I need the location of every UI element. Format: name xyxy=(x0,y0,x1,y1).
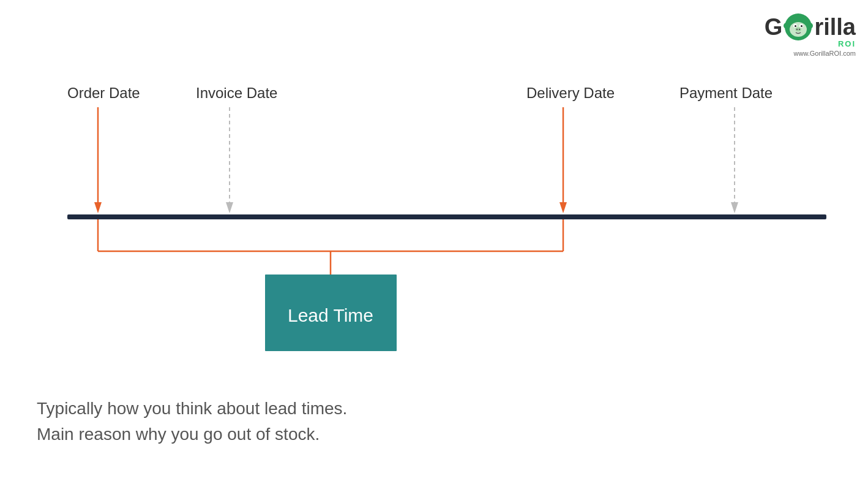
gorilla-icon xyxy=(784,12,813,42)
order-date-label: Order Date xyxy=(67,85,140,101)
lead-time-label: Lead Time xyxy=(288,305,373,325)
logo-rilla: rilla xyxy=(814,15,856,39)
diagram-svg: Order Date Invoice Date Delivery Date Pa… xyxy=(31,74,839,417)
svg-point-1 xyxy=(784,23,790,29)
svg-point-10 xyxy=(799,29,800,30)
logo-area: G rilla ROI www.GorillaROI.com xyxy=(765,12,856,57)
logo-text: G rilla xyxy=(765,12,856,42)
payment-arrow-head xyxy=(731,202,738,213)
svg-point-9 xyxy=(796,29,798,30)
svg-point-2 xyxy=(807,23,813,29)
invoice-arrow-head xyxy=(226,202,233,213)
order-arrow-head xyxy=(94,202,102,213)
bottom-line1: Typically how you think about lead times… xyxy=(37,396,347,422)
timeline-bar xyxy=(67,214,826,219)
logo-roi: ROI xyxy=(838,39,856,48)
bottom-text: Typically how you think about lead times… xyxy=(37,396,347,447)
svg-point-6 xyxy=(795,25,796,27)
payment-date-label: Payment Date xyxy=(679,85,773,101)
logo-g: G xyxy=(765,15,783,39)
svg-point-8 xyxy=(795,28,801,32)
delivery-arrow-head xyxy=(559,202,567,213)
svg-point-7 xyxy=(801,25,803,27)
logo-url: www.GorillaROI.com xyxy=(794,50,856,57)
delivery-date-label: Delivery Date xyxy=(526,85,615,101)
invoice-date-label: Invoice Date xyxy=(196,85,277,101)
bottom-line2: Main reason why you go out of stock. xyxy=(37,422,347,447)
